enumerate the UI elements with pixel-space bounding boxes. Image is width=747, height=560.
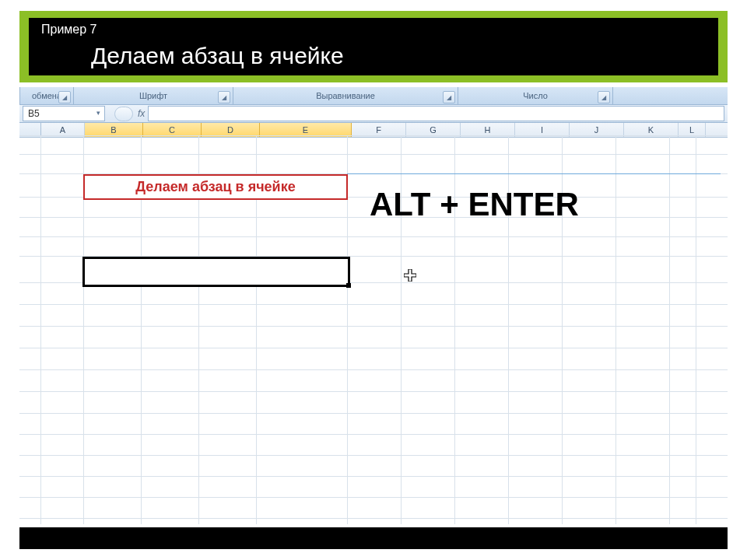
example-number: Пример 7 [41,23,96,37]
fill-handle[interactable] [346,283,351,288]
hint-text: ALT + ENTER [370,186,579,223]
name-box-value: B5 [28,108,40,119]
cancel-button[interactable] [114,107,133,121]
dialog-launcher-icon[interactable]: ◢ [443,91,455,103]
dropdown-icon[interactable]: ▾ [93,108,103,117]
ribbon-group-font[interactable]: Шрифт ◢ [74,87,233,104]
ribbon-group-number[interactable]: Число ◢ [458,87,613,104]
slide-footer-bar [19,527,728,549]
fx-icon[interactable]: fx [138,108,145,119]
ribbon-group-alignment[interactable]: Выравнивание ◢ [233,87,458,104]
spreadsheet-grid[interactable]: Делаем абзац в ячейке ALT + ENTER [19,135,728,524]
merged-cell-text: Делаем абзац в ячейке [135,179,295,195]
merged-cell-red[interactable]: Делаем абзац в ячейке [83,174,348,200]
formula-bar: B5 ▾ fx [19,105,728,123]
active-cell[interactable] [82,257,350,287]
dialog-launcher-icon[interactable]: ◢ [218,91,230,103]
dialog-launcher-icon[interactable]: ◢ [58,91,71,103]
excel-plus-cursor-icon [404,269,416,282]
ribbon-groups: обмена ◢ Шрифт ◢ Выравнивание ◢ Число ◢ [19,87,728,105]
dialog-launcher-icon[interactable]: ◢ [598,91,610,103]
cell-border-decor [347,173,721,174]
ribbon-group-clipboard[interactable]: обмена ◢ [19,87,74,104]
formula-input[interactable] [148,106,724,121]
slide-title-bar: Пример 7 Делаем абзац в ячейке [19,11,728,82]
name-box[interactable]: B5 ▾ [23,106,105,121]
slide-title: Делаем абзац в ячейке [91,43,344,69]
excel-toolbar: обмена ◢ Шрифт ◢ Выравнивание ◢ Число ◢ … [19,87,728,138]
